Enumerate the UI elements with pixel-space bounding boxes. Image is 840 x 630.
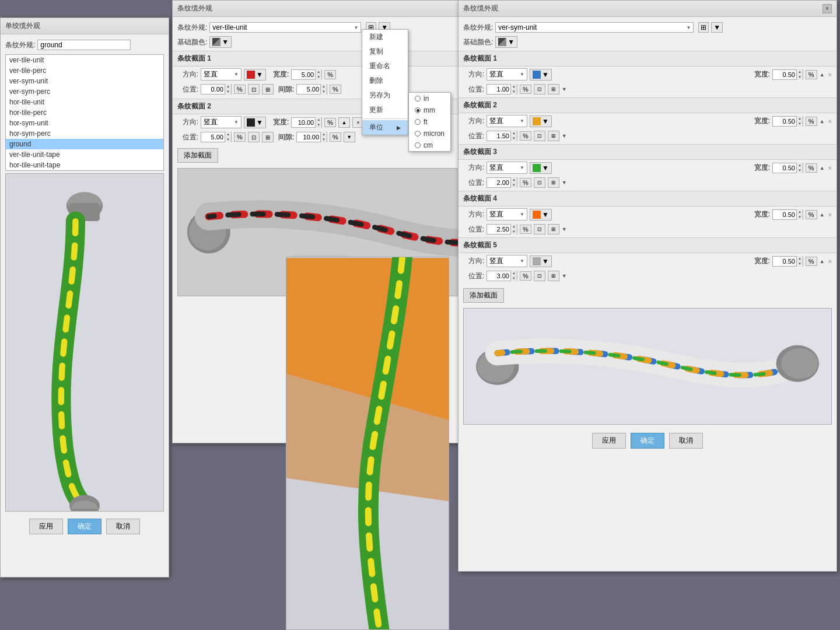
right-s5-width-input[interactable]: ▲▼ <box>772 256 803 267</box>
list-item-hor-sym-perc[interactable]: hor-sym-perc <box>6 128 163 139</box>
list-item-ver-tile-unit-tape[interactable]: ver-tile-unit-tape <box>6 149 163 160</box>
unit-mm[interactable]: mm <box>409 104 450 116</box>
mid-dir2-select[interactable]: 竖直 ▼ <box>201 116 242 128</box>
menu-saveas[interactable]: 另存为 <box>362 88 408 103</box>
right-s4-pos-input[interactable]: ▲▼ <box>487 224 517 235</box>
mid-width2-spin[interactable]: ▲▼ <box>315 117 321 128</box>
right-s5-dir-select[interactable]: 竖直▼ <box>487 255 527 267</box>
menu-unit[interactable]: 单位 ▶ <box>362 120 408 135</box>
right-s1-width-input[interactable]: ▲▼ <box>772 69 803 80</box>
list-item-hor-tile-unit[interactable]: hor-tile-unit <box>6 97 163 107</box>
mid-pos1-input[interactable]: ▲▼ <box>201 84 232 94</box>
right-confirm-btn[interactable]: 确定 <box>631 433 664 449</box>
right-s4-color-btn[interactable]: ▼ <box>530 209 552 220</box>
list-item-ver-sym-unit-tape[interactable]: ver-sym-unit-tape <box>6 170 163 171</box>
right-s2-color-btn[interactable]: ▼ <box>530 116 552 127</box>
mid-pos2-value[interactable] <box>201 134 225 141</box>
mid-unit2-pct[interactable]: % <box>324 118 336 127</box>
mid-pos1-pct[interactable]: % <box>234 85 246 94</box>
unit-micron[interactable]: micron <box>409 128 450 139</box>
list-item-hor-tile-perc[interactable]: hor-tile-perc <box>6 107 163 118</box>
mid-pos1-icon1[interactable]: ⊡ <box>248 84 260 94</box>
right-cancel-btn[interactable]: 取消 <box>669 433 703 449</box>
right-s1-pct[interactable]: % <box>806 70 817 79</box>
right-toolbar-btn1[interactable]: ⊞ <box>698 22 709 33</box>
mid-pos1-icon2[interactable]: ⊞ <box>262 84 274 94</box>
right-color-btn[interactable]: ▼ <box>495 36 517 48</box>
left-apply-btn[interactable]: 应用 <box>29 519 63 534</box>
menu-new[interactable]: 新建 <box>362 30 408 44</box>
unit-in[interactable]: in <box>409 93 450 104</box>
mid-gap2-pct[interactable]: % <box>330 132 341 142</box>
mid-pos2-pct[interactable]: % <box>234 132 246 142</box>
mid-gap1-spin[interactable]: ▲▼ <box>320 84 327 94</box>
left-cancel-btn[interactable]: 取消 <box>106 519 140 534</box>
right-s2-width-input[interactable]: ▲▼ <box>772 116 803 127</box>
mid-width2-value[interactable] <box>292 119 315 126</box>
right-s2-pos-input[interactable]: ▲▼ <box>487 131 517 141</box>
right-s3-pos-input[interactable]: ▲▼ <box>487 177 517 188</box>
right-s4-down[interactable]: ▼ <box>562 226 567 232</box>
mid-add-section-btn[interactable]: 添加截面 <box>177 148 218 163</box>
right-s4-width-input[interactable]: ▲▼ <box>772 209 803 220</box>
right-s4-up[interactable]: ▲ <box>820 212 825 218</box>
right-s5-x[interactable]: × <box>828 258 832 265</box>
mid-gap1-pct[interactable]: % <box>330 85 341 94</box>
right-close-btn[interactable]: × <box>822 4 832 13</box>
mid-pos2-input[interactable]: ▲▼ <box>201 132 232 142</box>
mid-width1-value[interactable] <box>292 71 315 78</box>
left-confirm-btn[interactable]: 确定 <box>68 519 102 534</box>
mid-width2-input[interactable]: ▲▼ <box>291 117 322 128</box>
mid-gap2-input[interactable]: ▲▼ <box>296 132 327 142</box>
mid-unit1-pct[interactable]: % <box>324 70 336 79</box>
right-s3-dir-select[interactable]: 竖直▼ <box>487 162 527 174</box>
mid-color-btn[interactable]: ▼ <box>209 36 232 48</box>
unit-ft[interactable]: ft <box>409 116 450 128</box>
menu-copy[interactable]: 复制 <box>362 44 408 59</box>
unit-cm[interactable]: cm <box>409 139 450 151</box>
mid-color3-btn[interactable]: ▼ <box>244 117 266 128</box>
right-s1-down[interactable]: ▼ <box>562 86 567 92</box>
right-s4-x[interactable]: × <box>828 211 832 218</box>
mid-pos1-value[interactable] <box>201 86 225 93</box>
right-s1-up[interactable]: ▲ <box>820 72 825 78</box>
list-item-hor-sym-unit[interactable]: hor-sym-unit <box>6 118 163 128</box>
mid-pos2-icon1[interactable]: ⊡ <box>248 132 260 142</box>
right-apply-btn[interactable]: 应用 <box>592 433 626 449</box>
mid-dir1-select[interactable]: 竖直 ▼ <box>201 68 242 80</box>
right-s1-pos-icon2[interactable]: ⊞ <box>548 84 559 94</box>
right-s1-color-btn[interactable]: ▼ <box>530 69 552 80</box>
menu-update[interactable]: 更新 <box>362 103 408 117</box>
mid-gap2-value[interactable] <box>297 134 320 141</box>
right-s3-x[interactable]: × <box>828 164 832 172</box>
mid-pos1-spin[interactable]: ▲▼ <box>225 84 231 94</box>
right-s1-width-value[interactable] <box>773 71 796 78</box>
mid-select-box[interactable]: ver-tile-unit ▼ <box>209 22 361 33</box>
mid-gap1-input[interactable]: ▲▼ <box>296 84 327 94</box>
list-item-ground[interactable]: ground <box>6 139 163 149</box>
right-s3-up[interactable]: ▲ <box>820 165 825 171</box>
menu-rename[interactable]: 重命名 <box>362 59 408 74</box>
list-item-ver-tile-perc[interactable]: ver-tile-perc <box>6 65 163 76</box>
left-list-box[interactable]: ver-tile-unit ver-tile-perc ver-sym-unit… <box>5 54 164 171</box>
mid-pos2-icon2[interactable]: ⊞ <box>262 132 274 142</box>
mid-width1-input[interactable]: ▲▼ <box>291 69 322 80</box>
right-s3-width-input[interactable]: ▲▼ <box>772 163 803 173</box>
right-s5-down[interactable]: ▼ <box>562 273 567 279</box>
list-item-ver-tile-unit[interactable]: ver-tile-unit <box>6 55 163 65</box>
mid-width1-spin[interactable]: ▲▼ <box>315 69 321 80</box>
mid-down2-btn[interactable]: ▼ <box>344 132 355 142</box>
right-s1-pos-icon1[interactable]: ⊡ <box>534 84 545 94</box>
mid-color2-btn[interactable]: ▼ <box>244 69 266 80</box>
right-toolbar-btn2[interactable]: ▼ <box>711 22 723 33</box>
mid-up2-btn[interactable]: ▲ <box>338 117 350 128</box>
list-item-ver-sym-perc[interactable]: ver-sym-perc <box>6 86 163 97</box>
right-s3-down[interactable]: ▼ <box>562 180 567 186</box>
right-s1-x[interactable]: × <box>828 71 832 78</box>
right-s2-dir-select[interactable]: 竖直▼ <box>487 115 527 127</box>
right-s1-pos-pct[interactable]: % <box>520 85 531 94</box>
left-search-input[interactable] <box>37 40 131 50</box>
right-s5-color-btn[interactable]: ▼ <box>530 256 552 267</box>
right-s5-pos-input[interactable]: ▲▼ <box>487 271 517 281</box>
right-s1-pos-value[interactable] <box>487 86 510 93</box>
